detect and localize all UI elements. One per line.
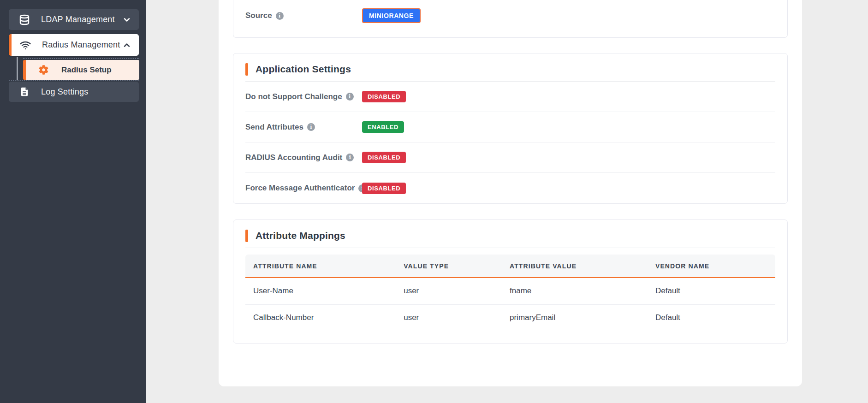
sidebar: LDAP Management Radius Management [0, 0, 146, 403]
info-icon[interactable] [346, 93, 354, 101]
setting-row: RADIUS Accounting Audit DISABLED [245, 142, 775, 173]
attribute-mappings-table: ATTRIBUTE NAME VALUE TYPE ATTRIBUTE VALU… [245, 255, 775, 331]
source-badge[interactable]: MINIORANGE [362, 8, 421, 23]
submenu-indent-guide [17, 57, 18, 80]
source-card: Source MINIORANGE [233, 0, 788, 38]
menu-divider [9, 80, 139, 81]
setting-label: Force Message Authenticator [245, 184, 355, 193]
file-icon [19, 86, 30, 97]
source-label: Source [245, 11, 272, 20]
chevron-down-icon [122, 15, 131, 24]
chevron-up-icon [122, 41, 131, 50]
setting-row: Send Attributes ENABLED [245, 112, 775, 142]
info-icon[interactable] [276, 12, 284, 20]
vendor-name-cell: Default [651, 278, 775, 304]
setting-label-group: Force Message Authenticator [245, 184, 362, 193]
status-badge[interactable]: DISABLED [362, 183, 406, 194]
column-header: ATTRIBUTE VALUE [505, 255, 651, 278]
application-settings-card: Application Settings Do not Support Chal… [233, 53, 788, 204]
sidebar-item-label: Log Settings [41, 87, 139, 97]
setting-label: RADIUS Accounting Audit [245, 153, 342, 162]
section-header: Attribute Mappings [245, 220, 775, 242]
column-header: VENDOR NAME [651, 255, 775, 278]
column-header: ATTRIBUTE NAME [245, 255, 399, 278]
gear-icon [39, 65, 48, 75]
value-type-cell: user [399, 278, 505, 304]
setting-row: Do not Support Challenge DISABLED [245, 82, 775, 112]
source-label-group: Source [245, 11, 362, 20]
content-panel: Source MINIORANGE Application Settings [219, 0, 802, 386]
section-title: Attribute Mappings [256, 230, 345, 241]
sidebar-item-ldap-management[interactable]: LDAP Management [9, 9, 139, 30]
setting-label: Send Attributes [245, 123, 303, 132]
source-row: Source MINIORANGE [245, 8, 775, 22]
wifi-icon [20, 40, 31, 51]
attribute-value-cell: primaryEmail [505, 304, 651, 331]
attribute-value-cell: fname [505, 278, 651, 304]
info-icon[interactable] [346, 154, 354, 161]
column-header: VALUE TYPE [399, 255, 505, 278]
sidebar-item-label: Radius Setup [61, 65, 112, 75]
sidebar-item-radius-setup[interactable]: Radius Setup [23, 60, 139, 80]
status-badge[interactable]: ENABLED [362, 121, 404, 133]
sidebar-item-radius-management[interactable]: Radius Management [9, 34, 139, 56]
setting-row: Force Message Authenticator DISABLED [245, 173, 775, 203]
section-title: Application Settings [256, 64, 351, 75]
value-type-cell: user [399, 304, 505, 331]
attribute-name-cell: User-Name [245, 278, 399, 304]
section-header: Application Settings [245, 53, 775, 76]
accent-bar [245, 230, 248, 242]
setting-label-group: Send Attributes [245, 123, 362, 132]
attribute-name-cell: Callback-Number [245, 304, 399, 331]
database-icon [19, 14, 30, 25]
table-row: User-Name user fname Default [245, 278, 775, 304]
setting-label: Do not Support Challenge [245, 92, 342, 101]
attribute-mappings-card: Attribute Mappings ATTRIBUTE NAME VALUE … [233, 219, 788, 344]
submenu-divider [23, 58, 139, 59]
accent-bar [245, 63, 248, 76]
table-row: Callback-Number user primaryEmail Defaul… [245, 304, 775, 331]
sidebar-item-log-settings[interactable]: Log Settings [9, 82, 139, 102]
vendor-name-cell: Default [651, 304, 775, 331]
info-icon[interactable] [307, 123, 315, 131]
divider [245, 248, 775, 248]
sidebar-item-label: Radius Management [42, 40, 122, 50]
table-header-row: ATTRIBUTE NAME VALUE TYPE ATTRIBUTE VALU… [245, 255, 775, 278]
setting-label-group: Do not Support Challenge [245, 92, 362, 101]
sidebar-item-label: LDAP Management [41, 15, 122, 24]
status-badge[interactable]: DISABLED [362, 91, 406, 102]
setting-label-group: RADIUS Accounting Audit [245, 153, 362, 162]
status-badge[interactable]: DISABLED [362, 152, 406, 163]
